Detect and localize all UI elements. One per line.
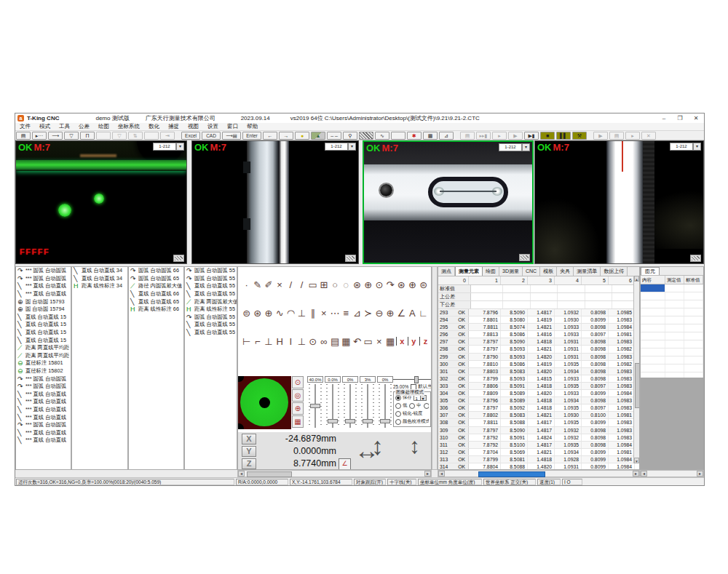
cad-button[interactable]: CAD — [202, 132, 221, 140]
tool-icon[interactable]: ⊿ — [352, 308, 363, 319]
list-item[interactable]: ⊕圆 自动圆 15793 — [16, 298, 71, 306]
tab-测点[interactable]: 测点 — [438, 267, 455, 276]
info-row[interactable] — [641, 284, 703, 292]
tool-icon[interactable]: ⊛ — [252, 308, 263, 319]
tool-icon[interactable]: ⊞ — [318, 279, 329, 290]
slider-thumb[interactable] — [363, 419, 373, 423]
tool-icon[interactable]: ▦ — [384, 336, 395, 347]
list-item[interactable]: ↷*** 圆弧 自动圆弧 — [16, 383, 71, 391]
list-item[interactable]: ⟋距离 两直线平均距 — [16, 344, 71, 352]
menu-item[interactable]: 数化 — [144, 123, 164, 130]
pause-button[interactable]: ▌▌ — [556, 132, 571, 140]
menu-item[interactable]: 绘图 — [94, 123, 114, 130]
tool-icon[interactable]: ▭ — [363, 336, 373, 347]
list-item[interactable]: ↷圆弧 自动圆弧 55 — [185, 275, 237, 283]
light-button-1[interactable]: ⊙ — [292, 376, 304, 388]
info-row[interactable] — [641, 324, 703, 332]
tool-icon[interactable]: ∠ — [396, 308, 407, 319]
chevron-down-icon[interactable]: ▾ — [522, 143, 530, 151]
menu-item[interactable]: 窗口 — [223, 123, 242, 130]
tool-icon[interactable]: ◠ — [285, 308, 296, 319]
tool-icon[interactable]: ⊙ — [307, 336, 318, 347]
scrollbar-thumb[interactable] — [635, 363, 640, 408]
minimize-button[interactable]: – — [656, 114, 672, 122]
diagonal-axis-button[interactable]: ∠ — [339, 458, 351, 470]
tool-icon[interactable]: ⊖ — [373, 308, 384, 319]
tool-icon[interactable]: ⌐ — [252, 336, 263, 347]
slider-thumb[interactable] — [328, 419, 338, 423]
list-item[interactable]: ╲直线 自动直线 55 — [185, 282, 237, 290]
excel-button[interactable]: Excel — [181, 132, 200, 140]
info-row[interactable] — [641, 348, 703, 356]
tool-icon[interactable]: ⋯ — [330, 308, 341, 319]
tool-icon[interactable]: z — [419, 337, 431, 346]
radio-icon[interactable] — [395, 395, 401, 401]
image-button[interactable]: ▲ — [311, 132, 325, 140]
camera-range-select[interactable]: 1-212 — [325, 143, 348, 151]
list-item[interactable]: ↷圆弧 自动圆弧 55 — [185, 267, 237, 275]
table-row[interactable]: 301OK7.88038.50831.48201.09340.80981.098… — [438, 368, 639, 375]
list-item[interactable]: ↷*** 圆弧 自动圆弧 — [16, 275, 71, 283]
menu-item[interactable]: 捕捉 — [164, 123, 183, 130]
menu-item[interactable]: 模式 — [35, 123, 55, 130]
table-row[interactable]: 297OK7.87978.50901.48181.09310.80981.098… — [438, 338, 639, 346]
list-item[interactable]: ╲*** 直线 自动直线 — [16, 282, 71, 290]
magnifier-button[interactable]: ⚲ — [343, 132, 357, 140]
tab-测量清单[interactable]: 测量清单 — [574, 267, 601, 276]
tool-icon[interactable]: ↷ — [384, 279, 395, 290]
jog-xy-arrow-vertical[interactable]: ↕ — [371, 432, 384, 461]
tool-icon[interactable]: I — [285, 336, 296, 347]
slider-thumb[interactable] — [310, 404, 320, 408]
light-button-3[interactable]: ⊕ — [292, 402, 304, 415]
table-row[interactable]: 302OK7.87998.50931.48151.09330.80981.098… — [438, 375, 639, 383]
tab-3D测量[interactable]: 3D测量 — [499, 267, 523, 276]
scroll-right-icon[interactable]: ▸ — [697, 471, 703, 477]
list-item[interactable]: ╲*** 直线 自动直线 — [16, 413, 71, 421]
probe-button[interactable]: ▽ — [64, 132, 79, 140]
tool-icon[interactable]: ◌ — [341, 279, 352, 290]
tool-icon[interactable]: ⊥ — [296, 336, 307, 347]
chevron-down-icon[interactable]: ▾ — [348, 143, 356, 151]
table-row[interactable]: 304OK7.88098.50891.48201.09330.80991.098… — [438, 390, 639, 397]
info-row[interactable] — [641, 308, 703, 316]
list-item[interactable]: ╲直线 自动直线 34 — [72, 275, 127, 283]
chevron-down-icon[interactable]: ▾ — [693, 143, 701, 151]
results-hscrollbar[interactable]: ◂▸ — [438, 470, 640, 477]
menu-item[interactable]: 坐标系统 — [114, 123, 144, 130]
list-item[interactable]: ⊖直径标注 15801 — [16, 359, 71, 367]
pillar-button[interactable]: Π — [80, 132, 95, 140]
maximize-button[interactable]: ❐ — [672, 114, 688, 122]
tab-数据上传[interactable]: 数据上传 — [601, 267, 628, 276]
table-row[interactable]: 313OK7.87998.50811.48181.09280.80991.098… — [438, 456, 639, 463]
table-row[interactable]: 312OK7.87048.50691.48211.09340.80991.098… — [438, 449, 639, 456]
tool-icon[interactable]: ⊥ — [263, 336, 274, 347]
camera-range-select[interactable]: 1-212 — [153, 143, 176, 151]
list-item[interactable]: ↷*** 圆弧 自动圆弧 — [16, 375, 71, 383]
play-to-end-button[interactable]: ▶▮ — [524, 132, 539, 140]
list-item[interactable]: ╲*** 直线 自动直线 — [16, 437, 71, 445]
radio-icon[interactable] — [395, 419, 401, 425]
list-item[interactable]: H距离 线性标注 34 — [72, 282, 127, 290]
list-item[interactable]: ╲直线 自动直线 66 — [129, 290, 183, 298]
tool-icon[interactable]: × — [318, 308, 329, 319]
info-row[interactable] — [641, 332, 703, 340]
tool-icon[interactable]: ↶ — [352, 336, 363, 347]
tool-icon[interactable]: ⊜ — [418, 279, 429, 290]
tool-icon[interactable]: x — [396, 337, 408, 346]
curve-button[interactable]: ∿ — [375, 132, 389, 140]
results-vertical-scrollbar[interactable]: ▲▼ — [633, 276, 639, 463]
tool-icon[interactable]: ✐ — [263, 279, 274, 290]
list-item[interactable]: ⊕圆 自动圆 15794 — [16, 306, 71, 314]
menu-item[interactable]: 公差 — [74, 123, 94, 130]
tool-icon[interactable]: ∥ — [307, 308, 318, 319]
camera-view-1[interactable]: OKM:7 1-212 ▾ FFFFF — [15, 140, 187, 264]
scroll-left-icon[interactable]: ◂ — [438, 471, 445, 477]
resize-grip-icon[interactable] — [519, 254, 530, 261]
radio-icon[interactable] — [395, 403, 401, 409]
save-button[interactable]: ▤ — [16, 132, 31, 140]
list-item[interactable]: ↷*** 圆弧 自动圆弧 — [16, 267, 71, 275]
light-slider[interactable]: 0% — [377, 376, 394, 430]
light-button-4[interactable]: ▦ — [292, 415, 304, 428]
info-row[interactable] — [641, 364, 703, 372]
list-item[interactable]: ╲直线 自动直线 15 — [16, 329, 71, 337]
